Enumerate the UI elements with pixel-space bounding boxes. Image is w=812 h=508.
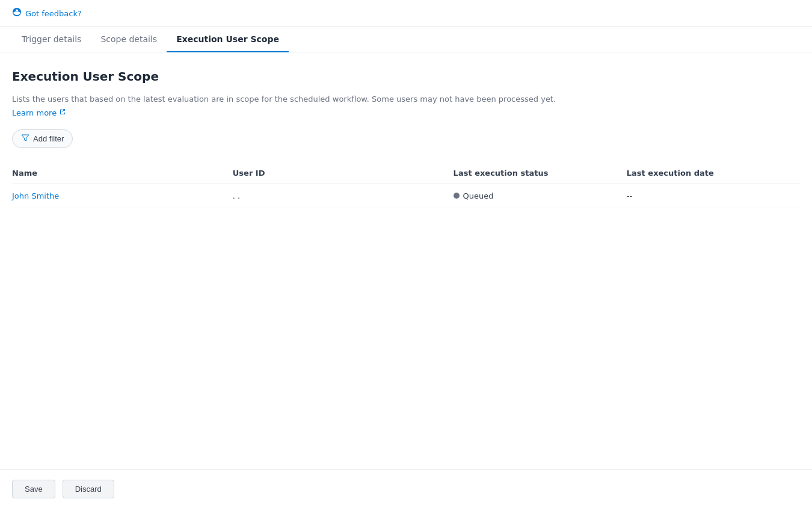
cell-last-execution-status: Queued (454, 184, 627, 208)
external-link-icon (59, 108, 66, 117)
learn-more-link[interactable]: Learn more (12, 108, 66, 117)
column-header-name: Name (12, 163, 233, 184)
cell-last-execution-date: -- (627, 184, 800, 208)
description-text: Lists the users that based on the latest… (12, 93, 800, 105)
add-filter-label: Add filter (33, 134, 64, 143)
discard-button[interactable]: Discard (63, 480, 114, 498)
status-label: Queued (463, 191, 494, 200)
add-filter-button[interactable]: Add filter (12, 129, 73, 148)
cell-name: John Smithe (12, 184, 233, 208)
column-header-user-id: User ID (233, 163, 454, 184)
column-header-last-execution-status: Last execution status (454, 163, 627, 184)
tab-scope-details[interactable]: Scope details (91, 27, 167, 52)
main-content: Execution User Scope Lists the users tha… (0, 52, 812, 469)
data-table: Name User ID Last execution status Last … (12, 163, 800, 208)
table-header-row: Name User ID Last execution status Last … (12, 163, 800, 184)
cell-user-id: . . (233, 184, 454, 208)
feedback-bar: Got feedback? (0, 0, 812, 27)
footer: Save Discard (0, 469, 812, 508)
table-row: John Smithe . . Queued -- (12, 184, 800, 208)
filter-icon (21, 134, 29, 144)
tab-execution-user-scope[interactable]: Execution User Scope (167, 27, 289, 52)
column-header-last-execution-date: Last execution date (627, 163, 800, 184)
tab-trigger-details[interactable]: Trigger details (12, 27, 91, 52)
user-name-link[interactable]: John Smithe (12, 191, 59, 200)
save-button[interactable]: Save (12, 480, 55, 498)
feedback-icon (12, 7, 22, 19)
page-title: Execution User Scope (12, 69, 800, 84)
learn-more-label: Learn more (12, 108, 57, 117)
tab-navigation: Trigger details Scope details Execution … (0, 27, 812, 52)
status-dot (454, 193, 460, 199)
feedback-link[interactable]: Got feedback? (25, 9, 82, 18)
